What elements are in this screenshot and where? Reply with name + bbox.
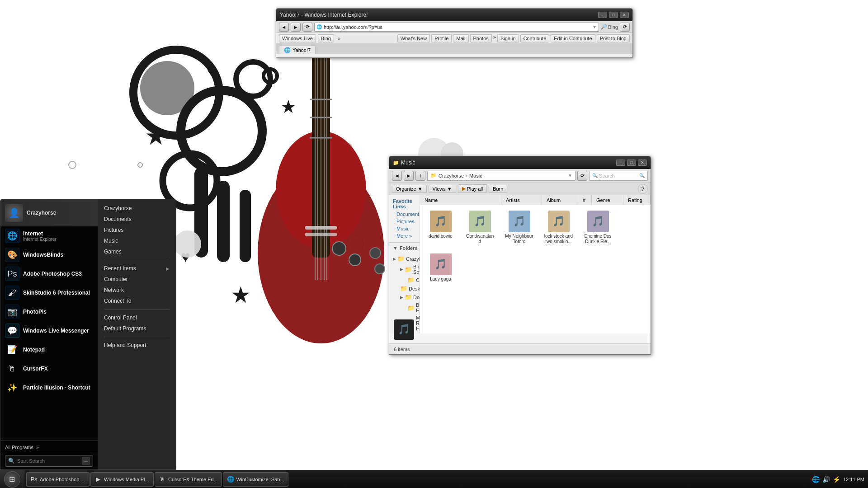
ie-minimize-button[interactable]: –	[598, 12, 607, 18]
start-search-btn[interactable]: →	[82, 457, 90, 465]
ie-refresh-button[interactable]: ⟳	[302, 23, 312, 32]
file-item[interactable]: 🎵 Lady gaga	[424, 252, 458, 284]
taskbar-item[interactable]: Ps Adobe Photoshop ...	[26, 472, 90, 487]
file-item[interactable]: 🎵 Gondwanaland	[463, 209, 497, 246]
explorer-maximize-button[interactable]: □	[627, 160, 636, 166]
program-sub: Internet Explorer	[23, 237, 93, 242]
fav-more[interactable]: More »	[389, 232, 420, 239]
play-all-button[interactable]: ▶ Play all	[458, 184, 487, 193]
tree-item-bluetooth-sw[interactable]: ▶ 📁 Bluetooth Softw...	[398, 263, 418, 276]
explorer-close-button[interactable]: ✕	[638, 160, 647, 166]
explorer-address-bar[interactable]: 📁 Crazyhorse › Music ▼	[427, 171, 576, 181]
file-thumbnail: 🎵	[430, 253, 452, 275]
explorer-up-button[interactable]: ↑	[415, 171, 425, 181]
right-item-label: Games	[104, 249, 122, 255]
ie-post-blog-btn[interactable]: Post to Blog	[597, 34, 630, 42]
taskbar-item-icon: 🖱	[159, 476, 166, 483]
ie-forward-button[interactable]: ►	[291, 23, 301, 32]
start-program-item[interactable]: 📷 PhotoPls	[0, 302, 98, 321]
ie-contribute-btn[interactable]: Contribute	[520, 34, 550, 42]
tree-item-bluetooth-exc[interactable]: 📁 Bluetooth Exc...	[406, 301, 418, 314]
ie-edit-contribute-btn[interactable]: Edit in Contribute	[551, 34, 595, 42]
ie-back-button[interactable]: ◄	[279, 23, 289, 32]
ie-tab-yahoo[interactable]: 🌐 Yahoo!7	[279, 46, 316, 54]
ie-close-button[interactable]: ✕	[620, 12, 629, 18]
tree-item-desktop[interactable]: 📁 Desktop	[398, 284, 418, 293]
taskbar-item[interactable]: ▶ Windows Media Pl...	[90, 472, 154, 487]
col-name[interactable]: Name	[420, 195, 501, 205]
fav-music[interactable]: Music	[389, 225, 420, 232]
start-program-item[interactable]: Ps Adobe Photoshop CS3	[0, 264, 98, 283]
file-item[interactable]: 🎵 lock stock and two smokin...	[542, 209, 576, 246]
col-album[interactable]: Album	[542, 195, 578, 205]
music-folder-icon: 🎵	[434, 258, 447, 270]
right-menu-item-connect-to[interactable]: Connect To	[98, 296, 176, 306]
start-program-item[interactable]: 🖌 SkinStudio 6 Professional	[0, 283, 98, 302]
ie-bing-link[interactable]: Bing	[318, 34, 334, 42]
explorer-action-bar: Organize ▼ Views ▼ ▶ Play all Burn ?	[389, 183, 651, 195]
start-search-box[interactable]: 🔍 →	[5, 455, 93, 467]
right-menu-item-help-and-support[interactable]: Help and Support	[98, 340, 176, 351]
ie-maximize-button[interactable]: □	[609, 12, 618, 18]
right-menu-item-recent-items[interactable]: Recent Items ▶	[98, 263, 176, 274]
start-program-item[interactable]: 🎨 WindowsBlinds	[0, 245, 98, 264]
program-name: Internet	[23, 230, 93, 237]
explorer-forward-button[interactable]: ►	[404, 171, 414, 181]
file-item[interactable]: 🎵 david bowie	[424, 209, 458, 246]
ie-windows-live-link[interactable]: Windows Live	[279, 34, 316, 42]
explorer-minimize-button[interactable]: –	[616, 160, 625, 166]
ie-photos-btn[interactable]: Photos	[470, 34, 492, 42]
explorer-back-button[interactable]: ◄	[392, 171, 402, 181]
right-menu-item-default-programs[interactable]: Default Programs	[98, 323, 176, 334]
program-name: PhotoPls	[23, 309, 93, 315]
views-button[interactable]: Views ▼	[429, 185, 456, 193]
right-menu-item-network[interactable]: Network	[98, 285, 176, 296]
program-icon: 📷	[5, 305, 19, 319]
ie-address-bar[interactable]: 🌐 http://au.yahoo.com/?p=us ▼	[314, 23, 599, 32]
col-genre[interactable]: Genre	[592, 195, 623, 205]
start-button[interactable]: ⊞	[0, 470, 24, 488]
music-folder-icon: 🎵	[592, 216, 604, 227]
right-menu-item-control-panel[interactable]: Control Panel	[98, 312, 176, 323]
explorer-refresh-button[interactable]: ⟳	[577, 171, 587, 181]
taskbar-item[interactable]: 🖱 CursorFX Theme Ed...	[155, 472, 222, 487]
explorer-search-bar[interactable]: 🔍 Search 🔍	[589, 171, 648, 181]
ie-profile-btn[interactable]: Profile	[431, 34, 452, 42]
tree-item-contacts[interactable]: 📁 Contacts	[406, 276, 418, 284]
start-program-item[interactable]: 🖱 CursorFX	[0, 359, 98, 378]
folders-header[interactable]: ▼ Folders	[389, 244, 420, 253]
burn-button[interactable]: Burn	[489, 185, 507, 193]
program-text: Windows Live Messenger	[23, 328, 93, 334]
tree-item-crazyhorse[interactable]: ▶ 📁 Crazyhorse	[391, 254, 418, 263]
explorer-help-button[interactable]: ?	[638, 184, 648, 194]
right-menu-item-crazyhorse[interactable]: Crazyhorse	[98, 203, 176, 214]
fav-documents[interactable]: Documents	[389, 211, 420, 218]
start-program-item[interactable]: 💬 Windows Live Messenger	[0, 321, 98, 340]
explorer-path-music: Music	[469, 173, 482, 178]
start-program-item[interactable]: ✨ Particle Illusion - Shortcut	[0, 378, 98, 397]
start-search-input[interactable]	[17, 458, 80, 464]
right-menu-item-computer[interactable]: Computer	[98, 274, 176, 285]
right-menu-item-music[interactable]: Music	[98, 235, 176, 246]
start-menu: 👤 Crazyhorse 🌐 Internet Internet Explore…	[0, 199, 176, 470]
right-menu-item-games[interactable]: Games	[98, 246, 176, 257]
file-item[interactable]: 🎵 Enomine Das Dunkle Ele...	[581, 209, 615, 246]
col-rating[interactable]: Rating	[623, 195, 651, 205]
start-user-section: 👤 Crazyhorse	[0, 199, 98, 226]
taskbar-item[interactable]: 🌐 WinCustomize: Sab...	[223, 472, 288, 487]
file-item[interactable]: 🎵 My Neighbour Totoro	[502, 209, 536, 246]
col-number[interactable]: #	[578, 195, 592, 205]
fav-pictures[interactable]: Pictures	[389, 218, 420, 225]
right-menu-item-documents[interactable]: Documents	[98, 214, 176, 225]
start-program-item[interactable]: 🌐 Internet Internet Explorer	[0, 226, 98, 245]
organize-button[interactable]: Organize ▼	[392, 185, 427, 193]
ie-mail-btn[interactable]: Mail	[453, 34, 468, 42]
ie-whats-new-btn[interactable]: What's New	[397, 34, 430, 42]
tree-item-documents[interactable]: ▶ 📁 Documents	[398, 293, 418, 301]
col-artists[interactable]: Artists	[501, 195, 542, 205]
ie-search-button[interactable]: ⟳	[620, 23, 630, 32]
all-programs-item[interactable]: All Programs »	[0, 443, 98, 452]
right-menu-item-pictures[interactable]: Pictures	[98, 225, 176, 235]
start-program-item[interactable]: 📝 Notepad	[0, 340, 98, 359]
ie-signin-btn[interactable]: Sign in	[497, 34, 519, 42]
